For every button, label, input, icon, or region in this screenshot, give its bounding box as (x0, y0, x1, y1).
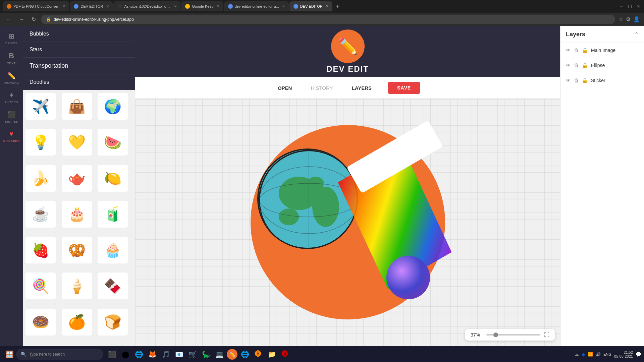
globe-sticker (257, 148, 358, 249)
tab-close-deveditor6[interactable]: × (326, 4, 328, 9)
tab-controls: − □ × (619, 2, 641, 11)
taskbar-dropbox-icon[interactable]: ◆ (582, 352, 585, 357)
sticker-cupcake[interactable]: 🧁 (98, 237, 128, 263)
taskbar-explorer-icon[interactable]: 📁 (266, 348, 278, 360)
sticker-cake[interactable]: 🎂 (62, 201, 92, 228)
layer-eye-main[interactable]: 👁 (566, 48, 571, 53)
layers-button[interactable]: LAYERS (349, 84, 374, 92)
tab-keep[interactable]: Google Keep × (181, 1, 223, 11)
layer-delete-sticker[interactable]: 🗑 (574, 78, 579, 83)
layer-lock-ellipse[interactable]: 🔒 (582, 63, 588, 68)
profile-icon[interactable]: 👤 (633, 16, 640, 22)
taskbar-network-icon[interactable]: 📶 (588, 352, 593, 357)
tool-basics[interactable]: ⊞ BASICS (2, 29, 21, 48)
tab-github[interactable]: Ashutosh102/DevEditor-on... × (113, 1, 180, 11)
layer-lock-main[interactable]: 🔒 (582, 48, 588, 53)
sticker-banana[interactable]: 🍌 (25, 165, 56, 192)
sticker-bulb[interactable]: 💡 (25, 129, 56, 156)
taskbar-dino-icon[interactable]: 🦕 (200, 348, 212, 360)
layer-lock-sticker[interactable]: 🔒 (582, 78, 588, 83)
text-label: TEXT (7, 62, 15, 65)
taskbar-volume-icon[interactable]: 🔊 (596, 352, 601, 357)
close-window-button[interactable]: × (636, 2, 641, 11)
tab-deveditor6[interactable]: DEV EDITOR × (289, 1, 332, 11)
logo-text: DEV EDIT (326, 64, 369, 74)
sticker-heart[interactable]: 💛 (62, 129, 92, 156)
taskbar-spotify-icon[interactable]: 🎵 (160, 348, 172, 360)
history-button[interactable]: HISTORY (308, 84, 335, 92)
sticker-bread[interactable]: 🍞 (98, 309, 128, 336)
tool-text[interactable]: B TEXT (2, 49, 21, 68)
bookmark-icon[interactable]: ☆ (619, 16, 623, 22)
taskbar-vscode-icon[interactable]: 💻 (213, 348, 225, 360)
taskbar-amazon-icon[interactable]: 🛒 (186, 348, 199, 360)
sticker-pretzel[interactable]: 🥨 (62, 237, 92, 263)
sticker-airplane[interactable]: ✈️ (25, 93, 56, 120)
layer-delete-ellipse[interactable]: 🗑 (574, 63, 579, 68)
category-stars[interactable]: Stars (23, 42, 135, 58)
taskbar-notification-icon[interactable]: 💬 (636, 352, 641, 357)
extensions-icon[interactable]: ⚙ (626, 16, 631, 22)
layers-collapse-button[interactable]: ⌃ (634, 31, 639, 38)
taskbar-deveditor-icon[interactable]: ✏️ (227, 349, 237, 360)
sticker-juice[interactable]: 🧃 (98, 201, 128, 228)
layer-eye-sticker[interactable]: 👁 (566, 78, 571, 83)
refresh-button[interactable]: ↻ (30, 15, 38, 24)
url-text: dev-editor-online-editor-using-php.verce… (54, 17, 134, 22)
category-bubbles[interactable]: Bubbles (23, 26, 135, 42)
sticker-orange[interactable]: 🍊 (62, 309, 92, 336)
start-button[interactable]: 🪟 (3, 348, 16, 361)
layer-delete-main[interactable]: 🗑 (574, 48, 579, 53)
drawing-label: DRAWING (4, 81, 19, 84)
tab-close-keep[interactable]: × (217, 4, 219, 9)
taskbar-cloud-icon[interactable]: ☁ (574, 352, 579, 357)
back-button[interactable]: ← (4, 15, 13, 24)
taskbar-search-bar[interactable]: 🔍 Type here to search (16, 349, 103, 360)
sticker-chocolate[interactable]: 🍫 (98, 273, 128, 299)
tab-close-deveditor2[interactable]: × (106, 4, 109, 9)
tab-deveditor2[interactable]: DEV EDITOR × (70, 1, 113, 11)
category-transportation[interactable]: Transportation (23, 58, 135, 74)
tool-filters[interactable]: ✦ FILTERS (2, 88, 21, 107)
sticker-candy[interactable]: 🍭 (25, 273, 56, 299)
open-button[interactable]: OPEN (275, 84, 295, 92)
tool-shapes[interactable]: ⬛ SHAPES (2, 108, 21, 126)
sticker-bag[interactable]: 👜 (62, 93, 92, 120)
tab-close-github[interactable]: × (174, 4, 176, 9)
minimize-button[interactable]: − (619, 2, 624, 11)
sticker-watermelon[interactable]: 🍉 (98, 129, 128, 156)
url-bar[interactable]: 🔒 dev-editor-online-editor-using-php.ver… (41, 15, 615, 24)
taskbar-view-icon[interactable]: ⬛ (106, 348, 118, 360)
shapes-label: SHAPES (5, 120, 18, 123)
taskbar-firefox-icon[interactable]: 🦊 (146, 348, 158, 360)
tool-drawing[interactable]: ✏️ DRAWING (2, 69, 21, 87)
taskbar-wps-icon[interactable]: 🅦 (279, 348, 291, 360)
taskbar-chrome-icon[interactable]: 🌐 (239, 348, 251, 360)
taskbar-sublime-icon[interactable]: 🅢 (252, 348, 264, 360)
tab-deveditor5[interactable]: dev-editor-online-editor-u... × (224, 1, 289, 11)
zoom-slider[interactable] (486, 334, 540, 336)
category-doodles[interactable]: Doodles (23, 74, 135, 90)
taskbar-edge-icon[interactable]: 🌐 (133, 348, 145, 360)
tab-close-deveditor5[interactable]: × (282, 4, 285, 9)
tab-cloudconvert[interactable]: PDF to PNG | CloudConvert × (3, 1, 69, 11)
sticker-donut[interactable]: 🍩 (25, 309, 56, 336)
taskbar-date-display: 05-08-2021 (614, 354, 633, 358)
maximize-button[interactable]: □ (627, 2, 633, 11)
sticker-globe[interactable]: 🌍 (98, 93, 128, 120)
new-tab-button[interactable]: + (333, 2, 342, 11)
sticker-strawberry[interactable]: 🍓 (25, 237, 56, 263)
save-button[interactable]: SAVE (388, 82, 420, 94)
layer-eye-ellipse[interactable]: 👁 (566, 63, 571, 68)
expand-icon[interactable]: ⛶ (544, 332, 549, 338)
forward-button[interactable]: → (17, 15, 26, 24)
tab-close-cloudconvert[interactable]: × (63, 4, 65, 9)
sticker-coffee[interactable]: ☕ (25, 201, 56, 228)
sticker-lemon[interactable]: 🍋 (98, 165, 128, 192)
tool-stickers[interactable]: ♥ STICKERS (2, 127, 21, 145)
canvas-main[interactable]: 37% ⛶ (135, 99, 560, 346)
taskbar-cortana-icon[interactable]: ⬤ (119, 348, 131, 360)
sticker-icecream[interactable]: 🍦 (62, 273, 92, 299)
sticker-teapot[interactable]: 🫖 (62, 165, 92, 192)
taskbar-mail-icon[interactable]: 📧 (173, 348, 185, 360)
